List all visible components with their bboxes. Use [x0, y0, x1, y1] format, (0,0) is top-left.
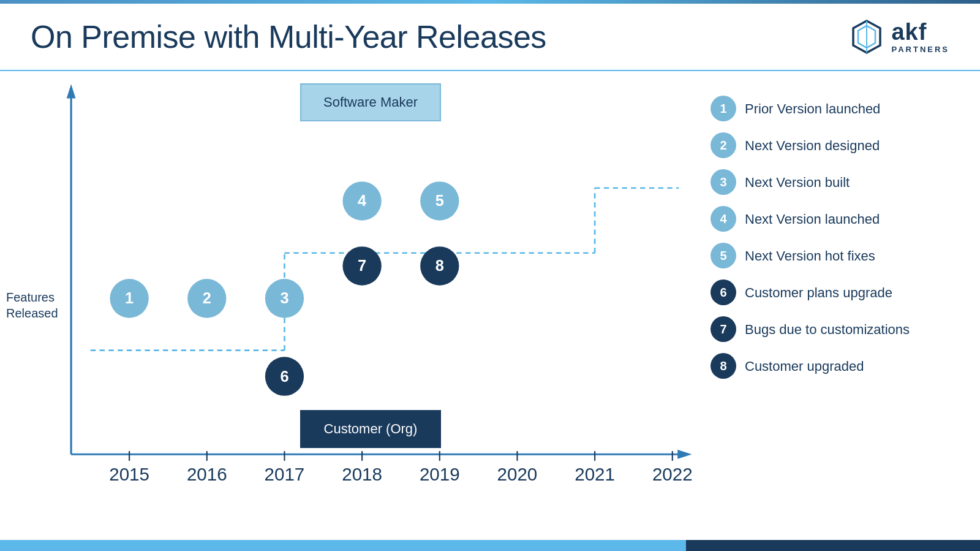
legend-item-1: 1 Prior Version launched	[710, 96, 956, 121]
legend-item-7: 7 Bugs due to customizations	[710, 316, 956, 342]
svg-text:3: 3	[280, 289, 288, 306]
logo-partners-text: PARTNERS	[891, 45, 949, 54]
legend-circle-4: 4	[710, 206, 736, 232]
legend-circle-7: 7	[710, 316, 736, 342]
legend-circle-3: 3	[710, 169, 736, 195]
svg-text:2015: 2015	[109, 464, 149, 484]
svg-text:2021: 2021	[575, 464, 615, 484]
chart-svg: 2015 2016 2017 2018 2019 2020 2021 2022 …	[0, 71, 698, 539]
legend-circle-8: 8	[710, 353, 736, 379]
legend-text-2: Next Version designed	[745, 132, 880, 155]
svg-text:2020: 2020	[497, 464, 538, 484]
logo-text: akf PARTNERS	[891, 20, 949, 54]
bottom-bar-left	[0, 540, 686, 551]
legend-text-3: Next Version built	[745, 169, 850, 192]
svg-text:1: 1	[125, 289, 134, 306]
legend-item-6: 6 Customer plans upgrade	[710, 279, 956, 305]
svg-text:4: 4	[358, 192, 366, 209]
svg-text:7: 7	[358, 257, 366, 274]
main-content: Features Released Software Maker Custome…	[0, 71, 980, 539]
svg-text:2022: 2022	[652, 464, 693, 484]
svg-marker-6	[677, 450, 692, 459]
legend-item-8: 8 Customer upgraded	[710, 353, 956, 379]
svg-text:5: 5	[435, 192, 444, 209]
legend-item-4: 4 Next Version launched	[710, 206, 956, 232]
legend-item-3: 3 Next Version built	[710, 169, 956, 195]
akf-logo-icon	[848, 18, 885, 55]
legend-text-6: Customer plans upgrade	[745, 279, 892, 302]
legend-text-1: Prior Version launched	[745, 96, 880, 118]
legend-text-7: Bugs due to customizations	[745, 316, 910, 339]
header: On Premise with Multi-Year Releases akf …	[0, 4, 980, 71]
bottom-bar-right	[686, 540, 980, 551]
svg-text:2019: 2019	[420, 464, 460, 484]
legend-item-2: 2 Next Version designed	[710, 132, 956, 158]
legend-text-5: Next Version hot fixes	[745, 243, 875, 265]
logo-akf-text: akf	[891, 20, 927, 44]
legend-circle-5: 5	[710, 243, 736, 268]
legend-text-4: Next Version launched	[745, 206, 880, 229]
svg-text:2018: 2018	[342, 464, 382, 484]
legend-text-8: Customer upgraded	[745, 353, 864, 376]
legend-circle-2: 2	[710, 132, 736, 158]
svg-text:2: 2	[203, 289, 211, 306]
svg-text:2017: 2017	[265, 464, 305, 484]
page-title: On Premise with Multi-Year Releases	[31, 18, 546, 55]
svg-text:2016: 2016	[187, 464, 227, 484]
legend-item-5: 5 Next Version hot fixes	[710, 243, 956, 268]
logo: akf PARTNERS	[848, 18, 949, 55]
legend-circle-1: 1	[710, 96, 736, 121]
legend-circle-6: 6	[710, 279, 736, 305]
svg-marker-4	[67, 84, 76, 98]
bottom-accent-bar	[0, 540, 980, 551]
chart-area: Features Released Software Maker Custome…	[0, 71, 698, 539]
legend-area: 1 Prior Version launched 2 Next Version …	[698, 71, 980, 539]
svg-text:6: 6	[280, 368, 288, 385]
svg-text:8: 8	[435, 257, 444, 274]
